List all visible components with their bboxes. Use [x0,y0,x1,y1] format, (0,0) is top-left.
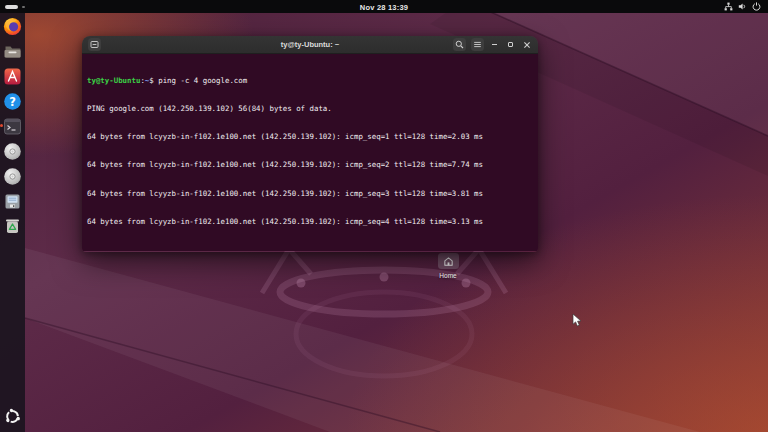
files-folder-icon [3,42,22,61]
output-line: 64 bytes from lcyyzb-in-f102.1e100.net (… [87,132,533,141]
dock-item-trash[interactable] [3,216,22,235]
terminal-titlebar[interactable]: ty@ty-Ubuntu: ~ [82,36,538,54]
show-apps-button[interactable] [4,408,21,425]
terminal-icon [3,117,22,136]
search-icon [455,40,464,49]
desktop-icon-home[interactable]: Home [436,253,460,279]
mouse-cursor [571,313,583,332]
minimize-icon [492,44,497,45]
minimize-button[interactable] [489,39,500,50]
search-button[interactable] [453,38,466,51]
output-line: PING google.com (142.250.139.102) 56(84)… [87,104,533,113]
command-text: ping -c 4 google.com [158,76,247,85]
command-line: ty@ty-Ubuntu:~$ ping -c 4 google.com [87,76,533,85]
help-icon: ? [3,92,22,111]
dock-item-terminal[interactable] [3,117,22,136]
app-center-icon [3,67,22,86]
firefox-icon [3,17,22,36]
disk-drive-icon [3,192,22,211]
terminal-content[interactable]: ty@ty-Ubuntu:~$ ping -c 4 google.com PIN… [82,54,538,251]
terminal-window: ty@ty-Ubuntu: ~ [82,36,538,252]
dock-item-files[interactable] [3,42,22,61]
maximize-icon [508,42,513,47]
home-icon-label: Home [436,272,460,279]
clock-date[interactable]: Nov 28 13:39 [0,3,768,12]
home-folder-icon [443,256,454,267]
output-line: 64 bytes from lcyyzb-in-f102.1e100.net (… [87,160,533,169]
close-icon [523,41,531,49]
close-button[interactable] [521,39,532,50]
dock-item-app-center[interactable] [3,67,22,86]
power-icon [752,2,761,11]
dock-item-cd-drive-1[interactable] [3,142,22,161]
dock: ? [0,13,25,432]
output-line: 64 bytes from lcyyzb-in-f102.1e100.net (… [87,189,533,198]
dock-item-help[interactable]: ? [3,92,22,111]
svg-text:?: ? [9,95,16,109]
blank-line [87,245,533,252]
trash-icon [3,216,22,235]
new-tab-button[interactable] [88,38,101,51]
dock-item-firefox[interactable] [3,17,22,36]
hamburger-menu-icon [473,40,482,49]
output-line: 64 bytes from lcyyzb-in-f102.1e100.net (… [87,217,533,226]
menu-button[interactable] [471,38,484,51]
ubuntu-logo-icon [4,408,21,425]
dock-item-disk-drive[interactable] [3,192,22,211]
network-icon [724,2,733,11]
top-bar: Nov 28 13:39 [0,0,768,13]
maximize-button[interactable] [505,39,516,50]
volume-icon [738,2,747,11]
cd-disc-icon [3,142,22,161]
new-tab-icon [90,40,99,49]
cd-disc-icon [3,167,22,186]
prompt-user: ty@ty-Ubuntu [87,76,140,85]
system-status-area[interactable] [724,2,761,11]
dock-item-cd-drive-2[interactable] [3,167,22,186]
